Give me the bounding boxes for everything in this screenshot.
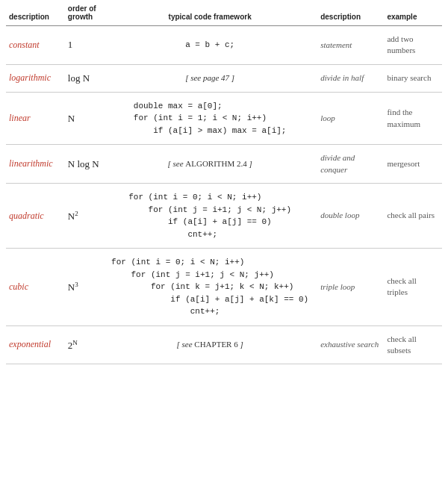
row-label-linear: linear — [6, 92, 65, 145]
code-cell-constant: a = b + c; — [108, 26, 311, 65]
desc2-cubic: triple loop — [311, 249, 384, 326]
header-code: typical code framework — [108, 0, 311, 26]
order-value-linearithmic: N log N — [65, 145, 108, 184]
header-row: description order of growth typical code… — [6, 0, 442, 26]
example-exponential: check all subsets — [384, 325, 442, 364]
code-cell-logarithmic: [ see page 47 ] — [108, 64, 311, 92]
example-text: check all subsets — [387, 334, 416, 355]
ref-bracket: [ see — [167, 159, 185, 168]
example-logarithmic: binary search — [384, 64, 442, 92]
table-row: constant1a = b + c;statementadd two numb… — [6, 26, 442, 65]
example-linearithmic: mergesort — [384, 145, 442, 184]
row-label-exponential: exponential — [6, 325, 65, 364]
order-text: N3 — [68, 281, 78, 293]
table-row: cubicN3for (int i = 0; i < N; i++) for (… — [6, 249, 442, 326]
order-text: 1 — [68, 39, 73, 50]
desc2-quadratic: double loop — [311, 184, 384, 249]
order-value-cubic: N3 — [65, 249, 108, 326]
see-reference: [ see CHAPTER 6 ] — [177, 340, 243, 349]
table-row: quadraticN2for (int i = 0; i < N; i++) f… — [6, 184, 442, 249]
example-linear: find the maximum — [384, 92, 442, 145]
main-table-container: description order of growth typical code… — [0, 0, 448, 364]
example-constant: add two numbers — [384, 26, 442, 65]
order-text: N log N — [68, 158, 99, 169]
ref-name: ALGORITHM 2.4 — [185, 159, 247, 168]
example-text: mergesort — [387, 159, 420, 168]
header-example: example — [384, 0, 442, 26]
desc2-text: exhaustive search — [320, 340, 379, 349]
table-body: constant1a = b + c;statementadd two numb… — [6, 26, 442, 364]
row-label-logarithmic: logarithmic — [6, 64, 65, 92]
complexity-label: linearithmic — [9, 158, 53, 169]
example-cubic: check all triples — [384, 249, 442, 326]
example-text: check all pairs — [387, 211, 435, 219]
order-text: N2 — [68, 211, 78, 222]
desc2-text: divide and conquer — [320, 153, 355, 173]
see-reference: [ see page 47 ] — [185, 73, 234, 82]
complexity-table: description order of growth typical code… — [6, 0, 442, 364]
row-label-constant: constant — [6, 26, 65, 65]
desc2-exponential: exhaustive search — [311, 325, 384, 364]
code-text: for (int i = 0; i < N; i++) for (int j =… — [128, 191, 291, 240]
header-description2: description — [311, 0, 384, 26]
row-label-linearithmic: linearithmic — [6, 145, 65, 184]
desc2-text: double loop — [320, 211, 359, 219]
desc2-constant: statement — [311, 26, 384, 65]
row-label-cubic: cubic — [6, 249, 65, 326]
code-text: double max = a[0]; for (int i = 1; i < N… — [134, 100, 287, 137]
example-text: binary search — [387, 73, 431, 82]
complexity-label: cubic — [9, 281, 28, 292]
complexity-label: constant — [9, 40, 40, 50]
code-cell-linearithmic: [ see ALGORITHM 2.4 ] — [108, 145, 311, 184]
complexity-label: linear — [9, 113, 31, 123]
desc2-linear: loop — [311, 92, 384, 145]
code-cell-quadratic: for (int i = 0; i < N; i++) for (int j =… — [108, 184, 311, 249]
code-cell-linear: double max = a[0]; for (int i = 1; i < N… — [108, 92, 311, 145]
table-row: linearithmicN log N[ see ALGORITHM 2.4 ]… — [6, 145, 442, 184]
desc2-text: triple loop — [320, 282, 355, 291]
code-text: for (int i = 0; i < N; i++) for (int j =… — [111, 256, 308, 318]
order-text: log N — [68, 72, 90, 84]
code-cell-exponential: [ see CHAPTER 6 ] — [108, 325, 311, 364]
desc2-linearithmic: divide and conquer — [311, 145, 384, 184]
table-row: logarithmiclog N[ see page 47 ]divide in… — [6, 64, 442, 92]
order-value-constant: 1 — [65, 26, 108, 65]
order-text: N — [68, 113, 75, 124]
desc2-logarithmic: divide in half — [311, 64, 384, 92]
example-text: add two numbers — [387, 34, 415, 54]
order-value-logarithmic: log N — [65, 64, 108, 92]
order-value-exponential: 2N — [65, 325, 108, 364]
order-value-linear: N — [65, 92, 108, 145]
desc2-text: divide in half — [320, 73, 364, 82]
header-description: description — [6, 0, 65, 26]
code-cell-cubic: for (int i = 0; i < N; i++) for (int j =… — [108, 249, 311, 326]
table-row: exponential2N[ see CHAPTER 6 ]exhaustive… — [6, 325, 442, 364]
ref-bracket: [ see — [177, 340, 195, 349]
complexity-label: exponential — [9, 339, 51, 349]
example-quadratic: check all pairs — [384, 184, 442, 249]
example-text: check all triples — [387, 276, 416, 296]
row-label-quadratic: quadratic — [6, 184, 65, 249]
see-reference: [ see ALGORITHM 2.4 ] — [167, 159, 252, 168]
order-text: 2N — [68, 340, 78, 351]
complexity-label: logarithmic — [9, 72, 51, 83]
ref-bracket-close: ] — [238, 340, 243, 349]
desc2-text: loop — [320, 113, 335, 122]
ref-bracket-close: ] — [247, 159, 252, 168]
desc2-text: statement — [320, 40, 352, 49]
example-text: find the maximum — [387, 108, 420, 128]
table-row: linearNdouble max = a[0]; for (int i = 1… — [6, 92, 442, 145]
ref-name: CHAPTER 6 — [194, 340, 237, 349]
complexity-label: quadratic — [9, 211, 44, 221]
order-value-quadratic: N2 — [65, 184, 108, 249]
code-text: a = b + c; — [185, 39, 234, 52]
header-order: order of growth — [65, 0, 108, 26]
